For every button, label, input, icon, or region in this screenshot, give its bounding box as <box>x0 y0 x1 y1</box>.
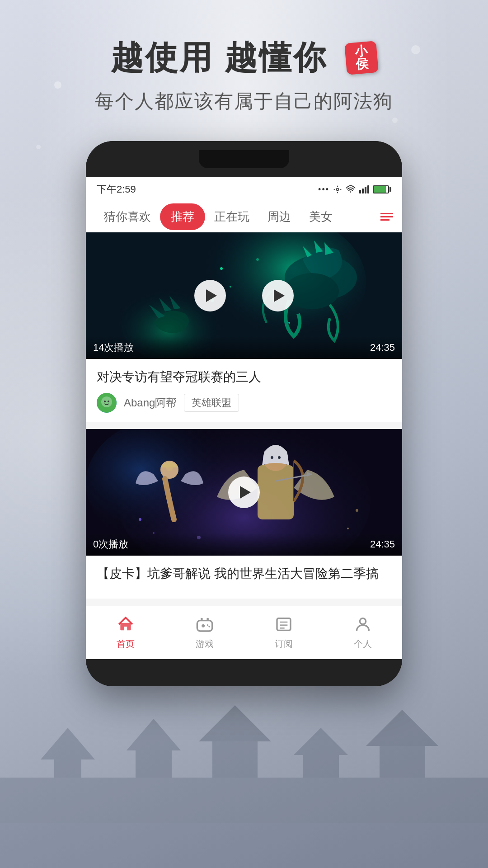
video-meta-bottom-1: 14次播放 24:35 <box>86 336 402 359</box>
svg-point-45 <box>271 456 273 459</box>
play-button-right[interactable] <box>262 280 294 311</box>
svg-rect-17 <box>359 190 361 193</box>
main-title: 越使用 越懂你 <box>111 36 328 80</box>
gps-icon <box>333 185 342 194</box>
nav-game-label: 游戏 <box>196 638 214 650</box>
view-count-1: 14次播放 <box>93 341 134 354</box>
svg-rect-14 <box>0 823 488 868</box>
view-count-2: 0次播放 <box>93 538 128 551</box>
svg-point-32 <box>101 396 112 407</box>
video-title-2: 【皮卡】坑爹哥解说 我的世界生活大冒险第二季搞 <box>97 565 391 582</box>
nav-home[interactable]: 首页 <box>115 613 136 650</box>
play-button-2[interactable] <box>228 476 260 508</box>
svg-rect-3 <box>54 760 81 778</box>
subscribe-icon <box>273 613 295 635</box>
video-meta-bottom-2: 0次播放 24:35 <box>86 533 402 556</box>
nav-profile-label: 个人 <box>354 638 372 650</box>
video-info-1: 对决专访有望夺冠联赛的三人 <box>86 359 402 422</box>
tab-recommend[interactable]: 推荐 <box>160 203 205 230</box>
svg-marker-2 <box>41 728 95 760</box>
duration-2: 24:35 <box>370 538 395 550</box>
svg-marker-7 <box>199 705 271 741</box>
svg-point-63 <box>360 618 366 624</box>
svg-marker-12 <box>366 710 438 746</box>
game-icon <box>194 613 216 635</box>
svg-point-55 <box>207 624 208 626</box>
phone-top-bar <box>86 141 402 177</box>
video-info-2: 【皮卡】坑爹哥解说 我的世界生活大冒险第二季搞 <box>86 556 402 599</box>
video-tags-1: Abang阿帮 英雄联盟 <box>97 393 391 413</box>
phone-notch <box>199 150 289 168</box>
svg-point-58 <box>206 618 209 620</box>
nav-subscribe-label: 订阅 <box>275 638 293 650</box>
svg-point-34 <box>108 401 109 402</box>
channel-avatar-1 <box>97 393 117 413</box>
status-bar: 下午2:59 ••• <box>86 177 402 202</box>
title-row: 越使用 越懂你 小 侯 <box>95 36 393 80</box>
signal-icon <box>359 185 369 193</box>
svg-marker-4 <box>127 719 181 750</box>
duration-1: 24:35 <box>370 342 395 354</box>
tab-playing[interactable]: 正在玩 <box>205 202 258 232</box>
svg-rect-18 <box>362 189 364 193</box>
wifi-icon <box>346 184 356 194</box>
svg-point-30 <box>256 258 259 261</box>
svg-rect-8 <box>212 741 258 778</box>
battery-icon <box>373 185 391 193</box>
svg-rect-13 <box>380 746 425 778</box>
bottom-nav: 首页 <box>86 606 402 659</box>
svg-point-16 <box>350 191 352 193</box>
svg-marker-9 <box>294 728 348 755</box>
svg-point-29 <box>288 322 290 324</box>
svg-point-39 <box>166 464 173 471</box>
svg-point-57 <box>200 618 202 620</box>
svg-point-46 <box>278 456 281 459</box>
tag-badge-lol[interactable]: 英雄联盟 <box>184 394 239 412</box>
svg-rect-10 <box>303 755 339 778</box>
svg-point-47 <box>139 518 141 521</box>
nav-subscribe[interactable]: 订阅 <box>273 613 295 650</box>
profile-icon <box>352 613 374 635</box>
tab-guess-like[interactable]: 猜你喜欢 <box>95 202 160 232</box>
content-wrapper: 越使用 越懂你 小 侯 每个人都应该有属于自己的阿法狗 下午2:59 ••• <box>0 0 488 686</box>
status-icons: ••• <box>318 184 391 194</box>
nav-profile[interactable]: 个人 <box>352 613 374 650</box>
svg-rect-19 <box>365 187 366 193</box>
subtitle: 每个人都应该有属于自己的阿法狗 <box>95 89 393 114</box>
play-button-group <box>194 280 294 311</box>
svg-rect-5 <box>136 750 172 778</box>
tab-beauty[interactable]: 美女 <box>300 202 342 232</box>
nav-home-label: 首页 <box>117 638 135 650</box>
phone-screen: 下午2:59 ••• <box>86 177 402 659</box>
tab-peripheral[interactable]: 周边 <box>258 202 300 232</box>
svg-rect-40 <box>258 465 294 519</box>
nav-game[interactable]: 游戏 <box>194 613 216 650</box>
video-card-2: 0次播放 24:35 【皮卡】坑爹哥解说 我的世界生活大冒险第二季搞 <box>86 429 402 599</box>
svg-point-15 <box>337 189 339 191</box>
video-card-1: 14次播放 24:35 对决专访有望夺冠联赛的三人 <box>86 232 402 422</box>
play-button-left[interactable] <box>194 280 226 311</box>
video-thumbnail-2[interactable]: 0次播放 24:35 <box>86 429 402 556</box>
svg-point-33 <box>104 401 106 402</box>
svg-point-50 <box>356 509 358 512</box>
header-section: 越使用 越懂你 小 侯 每个人都应该有属于自己的阿法狗 <box>95 36 393 114</box>
avatar-icon-1 <box>97 393 117 413</box>
logo-badge: 小 侯 <box>344 41 379 75</box>
home-icon <box>115 613 136 635</box>
logo-badge-text: 小 侯 <box>354 45 369 71</box>
svg-point-56 <box>208 626 210 627</box>
signal-dots: ••• <box>318 185 329 194</box>
nav-tabs: 猜你喜欢 推荐 正在玩 周边 美女 <box>86 202 402 232</box>
channel-name-1: Abang阿帮 <box>124 396 177 410</box>
svg-rect-20 <box>367 185 369 193</box>
svg-point-51 <box>347 528 349 529</box>
video-list: 14次播放 24:35 对决专访有望夺冠联赛的三人 <box>86 232 402 599</box>
phone-bottom-bar <box>86 659 402 686</box>
menu-icon[interactable] <box>380 213 393 221</box>
phone-mockup: 下午2:59 ••• <box>86 141 402 686</box>
svg-point-26 <box>220 267 223 270</box>
video-title-1: 对决专访有望夺冠联赛的三人 <box>97 368 391 386</box>
video-thumbnail-1[interactable]: 14次播放 24:35 <box>86 232 402 359</box>
status-time: 下午2:59 <box>97 183 136 196</box>
